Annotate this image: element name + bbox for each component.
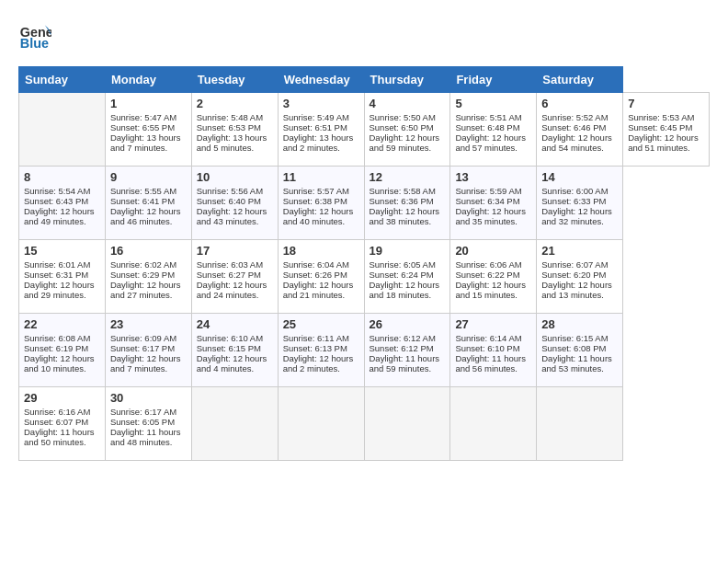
daylight-text: Daylight: 12 hours and 2 minutes. xyxy=(283,353,354,373)
sunset-text: Sunset: 6:41 PM xyxy=(110,196,175,206)
calendar-cell: 10Sunrise: 5:56 AMSunset: 6:40 PMDayligh… xyxy=(191,167,278,240)
sunset-text: Sunset: 6:31 PM xyxy=(24,270,88,280)
weekday-header-friday: Friday xyxy=(450,67,537,93)
weekday-header-thursday: Thursday xyxy=(364,67,450,93)
sunset-text: Sunset: 6:10 PM xyxy=(455,343,519,353)
daylight-text: Daylight: 12 hours and 40 minutes. xyxy=(283,206,354,226)
daylight-text: Daylight: 13 hours and 2 minutes. xyxy=(283,132,354,153)
calendar-cell: 18Sunrise: 6:04 AMSunset: 6:26 PMDayligh… xyxy=(278,240,364,314)
daylight-text: Daylight: 12 hours and 38 minutes. xyxy=(370,206,440,226)
daylight-text: Daylight: 12 hours and 13 minutes. xyxy=(541,280,612,300)
sunrise-text: Sunrise: 6:10 AM xyxy=(197,333,263,343)
sunrise-text: Sunrise: 6:00 AM xyxy=(541,186,608,196)
sunrise-text: Sunrise: 6:07 AM xyxy=(541,259,608,270)
sunset-text: Sunset: 6:24 PM xyxy=(370,270,434,280)
sunset-text: Sunset: 6:51 PM xyxy=(283,122,347,132)
calendar-cell xyxy=(450,387,537,461)
sunset-text: Sunset: 6:15 PM xyxy=(197,343,261,353)
day-number: 23 xyxy=(110,317,187,331)
daylight-text: Daylight: 12 hours and 54 minutes. xyxy=(541,132,612,153)
calendar-cell: 17Sunrise: 6:03 AMSunset: 6:27 PMDayligh… xyxy=(191,240,278,314)
calendar-cell: 16Sunrise: 6:02 AMSunset: 6:29 PMDayligh… xyxy=(105,240,191,314)
calendar-cell: 21Sunrise: 6:07 AMSunset: 6:20 PMDayligh… xyxy=(537,240,623,314)
calendar-cell: 14Sunrise: 6:00 AMSunset: 6:33 PMDayligh… xyxy=(537,167,623,240)
daylight-text: Daylight: 11 hours and 59 minutes. xyxy=(370,353,440,373)
day-number: 25 xyxy=(283,317,359,331)
daylight-text: Daylight: 12 hours and 18 minutes. xyxy=(370,280,440,300)
day-number: 4 xyxy=(370,97,446,110)
daylight-text: Daylight: 11 hours and 48 minutes. xyxy=(110,427,181,447)
sunset-text: Sunset: 6:12 PM xyxy=(370,343,434,353)
daylight-text: Daylight: 12 hours and 59 minutes. xyxy=(370,132,440,153)
weekday-header-saturday: Saturday xyxy=(537,67,623,93)
sunrise-text: Sunrise: 5:57 AM xyxy=(283,186,349,196)
daylight-text: Daylight: 12 hours and 49 minutes. xyxy=(24,206,95,226)
daylight-text: Daylight: 12 hours and 29 minutes. xyxy=(24,280,95,300)
sunrise-text: Sunrise: 6:16 AM xyxy=(24,407,90,417)
daylight-text: Daylight: 12 hours and 43 minutes. xyxy=(197,206,267,226)
daylight-text: Daylight: 12 hours and 10 minutes. xyxy=(24,353,95,373)
day-number: 3 xyxy=(283,97,359,110)
day-number: 18 xyxy=(283,244,359,258)
sunset-text: Sunset: 6:08 PM xyxy=(541,343,606,353)
daylight-text: Daylight: 12 hours and 57 minutes. xyxy=(455,132,526,153)
sunrise-text: Sunrise: 6:17 AM xyxy=(110,407,176,417)
calendar-week-3: 15Sunrise: 6:01 AMSunset: 6:31 PMDayligh… xyxy=(19,240,710,314)
sunrise-text: Sunrise: 5:59 AM xyxy=(455,186,521,196)
sunrise-text: Sunrise: 5:48 AM xyxy=(197,112,263,122)
day-number: 30 xyxy=(110,391,187,405)
day-number: 21 xyxy=(541,244,618,258)
page-header: General Blue xyxy=(18,18,710,52)
sunrise-text: Sunrise: 6:02 AM xyxy=(110,259,176,270)
day-number: 15 xyxy=(24,244,100,258)
sunset-text: Sunset: 6:05 PM xyxy=(110,417,175,427)
sunset-text: Sunset: 6:13 PM xyxy=(283,343,347,353)
calendar-cell: 9Sunrise: 5:55 AMSunset: 6:41 PMDaylight… xyxy=(105,167,191,240)
day-number: 26 xyxy=(370,317,446,331)
sunrise-text: Sunrise: 6:06 AM xyxy=(455,259,521,270)
daylight-text: Daylight: 11 hours and 56 minutes. xyxy=(455,353,526,373)
sunrise-text: Sunrise: 5:58 AM xyxy=(370,186,436,196)
sunrise-text: Sunrise: 6:14 AM xyxy=(455,333,521,343)
calendar-cell: 25Sunrise: 6:11 AMSunset: 6:13 PMDayligh… xyxy=(278,314,364,387)
day-number: 5 xyxy=(455,97,531,110)
sunrise-text: Sunrise: 6:03 AM xyxy=(197,259,263,270)
logo: General Blue xyxy=(18,18,55,52)
day-number: 8 xyxy=(24,170,100,184)
sunset-text: Sunset: 6:50 PM xyxy=(370,122,434,132)
calendar-cell: 3Sunrise: 5:49 AMSunset: 6:51 PMDaylight… xyxy=(278,93,364,167)
sunrise-text: Sunrise: 5:53 AM xyxy=(628,112,694,122)
sunrise-text: Sunrise: 5:51 AM xyxy=(455,112,521,122)
weekday-header-wednesday: Wednesday xyxy=(278,67,364,93)
calendar-cell: 22Sunrise: 6:08 AMSunset: 6:19 PMDayligh… xyxy=(19,314,106,387)
sunset-text: Sunset: 6:19 PM xyxy=(24,343,88,353)
calendar-week-2: 8Sunrise: 5:54 AMSunset: 6:43 PMDaylight… xyxy=(19,167,710,240)
day-number: 20 xyxy=(455,244,531,258)
weekday-header-tuesday: Tuesday xyxy=(191,67,278,93)
day-number: 22 xyxy=(24,317,100,331)
calendar-cell: 5Sunrise: 5:51 AMSunset: 6:48 PMDaylight… xyxy=(450,93,537,167)
calendar-cell xyxy=(191,387,278,461)
day-number: 17 xyxy=(197,244,273,258)
sunrise-text: Sunrise: 6:11 AM xyxy=(283,333,349,343)
sunset-text: Sunset: 6:43 PM xyxy=(24,196,88,206)
sunrise-text: Sunrise: 5:52 AM xyxy=(541,112,608,122)
calendar-cell: 7Sunrise: 5:53 AMSunset: 6:45 PMDaylight… xyxy=(623,93,710,167)
day-number: 1 xyxy=(110,97,187,110)
sunset-text: Sunset: 6:38 PM xyxy=(283,196,347,206)
daylight-text: Daylight: 12 hours and 32 minutes. xyxy=(541,206,612,226)
calendar-cell: 20Sunrise: 6:06 AMSunset: 6:22 PMDayligh… xyxy=(450,240,537,314)
day-number: 10 xyxy=(197,170,273,184)
calendar-cell: 2Sunrise: 5:48 AMSunset: 6:53 PMDaylight… xyxy=(191,93,278,167)
day-number: 9 xyxy=(110,170,187,184)
day-number: 7 xyxy=(628,97,704,110)
calendar-cell: 30Sunrise: 6:17 AMSunset: 6:05 PMDayligh… xyxy=(105,387,191,461)
sunset-text: Sunset: 6:17 PM xyxy=(110,343,175,353)
weekday-header-monday: Monday xyxy=(105,67,191,93)
calendar-cell xyxy=(278,387,364,461)
sunset-text: Sunset: 6:27 PM xyxy=(197,270,261,280)
day-number: 11 xyxy=(283,170,359,184)
calendar-cell: 11Sunrise: 5:57 AMSunset: 6:38 PMDayligh… xyxy=(278,167,364,240)
day-number: 24 xyxy=(197,317,273,331)
calendar-cell: 24Sunrise: 6:10 AMSunset: 6:15 PMDayligh… xyxy=(191,314,278,387)
